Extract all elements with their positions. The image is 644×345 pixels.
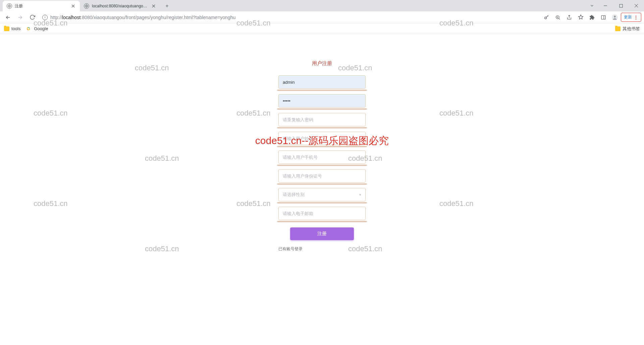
field-password — [278, 94, 366, 108]
close-icon[interactable] — [70, 3, 76, 9]
tab-register[interactable]: 注册 — [3, 1, 80, 11]
svg-point-3 — [544, 17, 546, 19]
field-email — [278, 207, 366, 220]
browser-chrome: 注册 localhost:8080/xiaoqutuangou... + — [0, 0, 644, 34]
globe-icon — [84, 3, 89, 9]
chevron-down-icon: ▾ — [359, 193, 361, 197]
tabs-dropdown-icon[interactable] — [586, 0, 598, 11]
bookmark-other[interactable]: 其他书签 — [615, 26, 640, 32]
tab-localhost[interactable]: localhost:8080/xiaoqutuangou... — [80, 1, 160, 11]
side-panel-icon[interactable] — [598, 12, 609, 23]
zoom-icon[interactable] — [552, 12, 563, 23]
globe-icon — [7, 3, 12, 9]
site-info-icon[interactable]: i — [42, 15, 48, 20]
password-input[interactable] — [278, 94, 366, 108]
idcard-input[interactable] — [278, 169, 366, 183]
svg-point-7 — [614, 15, 616, 17]
field-gender: 请选择性别 ▾ — [278, 188, 366, 201]
email-input[interactable] — [278, 207, 366, 220]
update-label: 更新 — [624, 14, 632, 20]
maximize-button[interactable] — [613, 0, 629, 11]
gender-placeholder: 请选择性别 — [283, 192, 305, 198]
folder-icon — [615, 26, 621, 31]
bookmarks-bar: tools G Google 其他书签 — [0, 23, 644, 34]
tab-title: 注册 — [15, 3, 68, 9]
tab-strip: 注册 localhost:8080/xiaoqutuangou... + — [0, 0, 644, 11]
menu-dots-icon: ⋮ — [634, 15, 638, 20]
tab-title: localhost:8080/xiaoqutuangou... — [92, 4, 148, 8]
extensions-icon[interactable] — [587, 12, 597, 23]
svg-rect-5 — [601, 15, 605, 19]
svg-rect-2 — [619, 4, 622, 7]
window-controls — [586, 0, 644, 11]
register-form: 用户注册 请选择性别 ▾ 注册 已有账号登录 — [278, 60, 366, 252]
phone-input[interactable] — [278, 150, 366, 164]
new-tab-button[interactable]: + — [162, 1, 172, 11]
bookmark-tools[interactable]: tools — [4, 26, 20, 31]
minimize-button[interactable] — [598, 0, 613, 11]
google-icon: G — [26, 26, 32, 31]
reload-button[interactable] — [27, 12, 38, 23]
field-confirm-password — [278, 113, 366, 126]
form-title: 用户注册 — [278, 60, 366, 67]
update-button[interactable]: 更新 ⋮ — [621, 13, 641, 22]
password-key-icon[interactable] — [541, 12, 552, 23]
bookmark-label: Google — [34, 26, 48, 31]
username-input[interactable] — [278, 75, 366, 89]
bookmark-star-icon[interactable] — [575, 12, 586, 23]
field-phone — [278, 150, 366, 164]
confirm-password-input[interactable] — [278, 113, 366, 126]
name-input[interactable] — [278, 132, 366, 145]
register-button[interactable]: 注册 — [290, 227, 354, 240]
toolbar: i http://localhost:8080/xiaoqutuangou/fr… — [0, 11, 644, 23]
bookmark-label: 其他书签 — [623, 26, 640, 32]
page-content: 用户注册 请选择性别 ▾ 注册 已有账号登录 — [0, 34, 644, 345]
field-idcard — [278, 169, 366, 183]
login-link[interactable]: 已有账号登录 — [278, 246, 366, 252]
folder-icon — [4, 26, 9, 31]
back-button[interactable] — [3, 12, 13, 23]
bookmark-google[interactable]: G Google — [26, 26, 48, 31]
forward-button[interactable] — [15, 12, 25, 23]
address-bar[interactable]: i http://localhost:8080/xiaoqutuangou/fr… — [39, 12, 540, 22]
field-name — [278, 132, 366, 145]
profile-icon[interactable] — [609, 12, 620, 23]
gender-select[interactable]: 请选择性别 ▾ — [278, 188, 366, 201]
url-text: http://localhost:8080/xiaoqutuangou/fron… — [50, 15, 235, 20]
close-icon[interactable] — [151, 3, 156, 9]
share-icon[interactable] — [564, 12, 575, 23]
field-username — [278, 75, 366, 89]
bookmark-label: tools — [11, 26, 20, 31]
close-window-button[interactable] — [629, 0, 644, 11]
